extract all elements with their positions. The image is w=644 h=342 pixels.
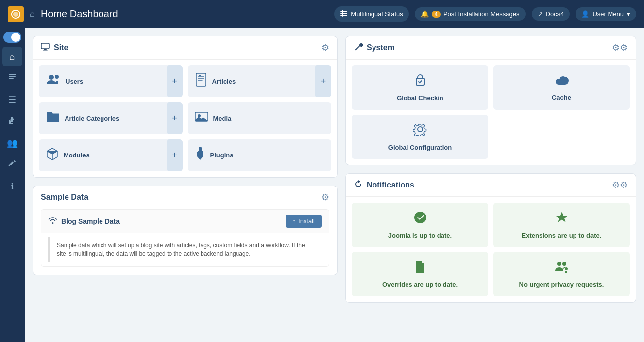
multilingual-icon <box>340 9 348 19</box>
modules-tile[interactable]: Modules + <box>39 139 183 171</box>
joomla-check-icon <box>413 211 427 228</box>
sidebar-item-tools[interactable] <box>2 155 22 175</box>
sidebar-item-content[interactable] <box>2 68 22 88</box>
articles-tile[interactable]: Articles + <box>188 65 332 97</box>
no-privacy-label: No urgent privacy requests. <box>519 281 604 288</box>
users-add-button[interactable]: + <box>167 65 183 97</box>
install-button[interactable]: ↑ Install <box>286 215 322 228</box>
svg-rect-12 <box>196 73 206 86</box>
svg-rect-5 <box>9 76 16 77</box>
articles-tile-label: Articles <box>212 78 236 85</box>
svg-point-21 <box>562 262 566 266</box>
user-icon: 👤 <box>581 10 589 18</box>
categories-tile-icon <box>46 110 60 126</box>
sample-data-content: Blog Sample Data ↑ Install Sample data w… <box>33 209 337 275</box>
header: ⌂ Home Dashboard Multilingual Status 🔔 4… <box>0 0 644 28</box>
system-panel-header: System ⚙⚙ <box>346 36 636 60</box>
config-icon <box>413 123 427 140</box>
svg-rect-4 <box>9 74 16 75</box>
global-checkin-tile[interactable]: Global Checkin <box>352 65 488 110</box>
right-column: System ⚙⚙ Global Checkin <box>345 36 636 334</box>
system-panel-title: System <box>354 42 395 53</box>
external-link-icon: ↗ <box>538 10 543 18</box>
article-categories-tile[interactable]: Article Categories + <box>39 102 183 134</box>
users-tile[interactable]: Users + <box>39 65 183 97</box>
plugins-tile-icon <box>195 147 205 164</box>
notifications-grid: Joomla is up to date. Extensions are up … <box>346 197 636 302</box>
wrench-icon <box>354 42 363 53</box>
global-config-tile[interactable]: Global Configuration <box>352 115 488 159</box>
docs-label: Docs4 <box>546 10 564 18</box>
media-tile-icon <box>195 111 208 126</box>
notifications-panel-settings[interactable]: ⚙⚙ <box>612 180 628 190</box>
articles-add-button[interactable]: + <box>315 65 331 97</box>
post-install-button[interactable]: 🔔 4 Post Installation Messages <box>415 7 526 21</box>
cache-label: Cache <box>552 94 571 101</box>
svg-rect-2 <box>340 15 347 16</box>
svg-rect-1 <box>340 13 347 14</box>
user-menu-label: User Menu <box>592 10 624 18</box>
sidebar-item-info[interactable]: ℹ <box>2 177 22 196</box>
sidebar-item-menus[interactable]: ☰ <box>2 90 22 110</box>
site-tiles-grid: Users + Articles + <box>33 60 337 177</box>
sidebar-item-users[interactable]: 👥 <box>2 133 22 153</box>
file-icon <box>414 260 426 277</box>
media-tile[interactable]: Media <box>188 102 332 134</box>
modules-add-button[interactable]: + <box>167 139 183 171</box>
site-panel-settings[interactable]: ⚙ <box>321 42 329 53</box>
cache-tile[interactable]: Cache <box>493 65 630 110</box>
blog-sample-header: Blog Sample Data ↑ Install <box>41 210 329 233</box>
blog-sample-title: Blog Sample Data <box>48 217 120 225</box>
post-install-label: Post Installation Messages <box>443 10 520 18</box>
upload-icon: ↑ <box>293 218 296 225</box>
blog-sample-description: Sample data which will set up a blog sit… <box>48 237 322 262</box>
content-icon <box>8 73 17 84</box>
svg-rect-9 <box>43 50 48 51</box>
users-tile-icon <box>46 73 61 90</box>
media-tile-label: Media <box>213 115 232 122</box>
svg-point-10 <box>49 75 54 80</box>
extensions-uptodate-tile: Extensions are up to date. <box>493 203 630 247</box>
svg-rect-17 <box>198 151 199 153</box>
sidebar: ⌂ ☰ 👥 ℹ <box>0 28 25 342</box>
user-menu-button[interactable]: 👤 User Menu ▾ <box>576 7 636 21</box>
plugins-tile[interactable]: Plugins <box>188 139 332 171</box>
menus-icon: ☰ <box>8 94 16 105</box>
multilingual-status-button[interactable]: Multilingual Status <box>334 6 409 22</box>
site-panel: Site ⚙ Users + <box>33 36 338 178</box>
system-tiles-grid: Global Checkin Cache Globa <box>346 60 636 165</box>
sidebar-toggle[interactable] <box>3 32 21 43</box>
refresh-icon <box>354 180 363 190</box>
global-config-label: Global Configuration <box>388 144 452 151</box>
home-icon: ⌂ <box>30 9 35 19</box>
system-panel: System ⚙⚙ Global Checkin <box>345 36 636 165</box>
svg-rect-0 <box>340 11 347 12</box>
sidebar-item-extensions[interactable] <box>2 112 22 131</box>
extensions-uptodate-label: Extensions are up to date. <box>522 232 602 239</box>
checkin-icon <box>413 73 427 91</box>
svg-rect-6 <box>9 78 14 79</box>
joomla-logo[interactable] <box>8 6 24 22</box>
svg-point-20 <box>557 262 561 266</box>
sample-data-settings[interactable]: ⚙ <box>321 192 329 203</box>
overrides-uptodate-tile: Overrides are up to date. <box>352 252 488 296</box>
puzzle-icon <box>8 116 17 127</box>
chevron-down-icon: ▾ <box>627 10 630 18</box>
bell-icon: 🔔 <box>421 10 429 18</box>
info-icon: ℹ <box>11 181 14 192</box>
privacy-icon <box>554 260 569 277</box>
svg-rect-18 <box>202 151 203 153</box>
multilingual-label: Multilingual Status <box>351 10 403 18</box>
categories-add-button[interactable]: + <box>167 102 183 134</box>
monitor-icon <box>41 42 50 53</box>
modules-tile-label: Modules <box>64 152 90 159</box>
left-column: Site ⚙ Users + <box>33 36 338 334</box>
no-privacy-tile: No urgent privacy requests. <box>493 252 630 296</box>
sidebar-item-home[interactable]: ⌂ <box>2 47 22 66</box>
notification-badge: 4 <box>432 11 441 18</box>
svg-point-22 <box>565 267 568 270</box>
docs-button[interactable]: ↗ Docs4 <box>532 7 570 21</box>
svg-rect-13 <box>199 75 201 76</box>
sample-data-title: Sample Data <box>41 193 88 202</box>
system-panel-settings[interactable]: ⚙⚙ <box>612 42 628 53</box>
